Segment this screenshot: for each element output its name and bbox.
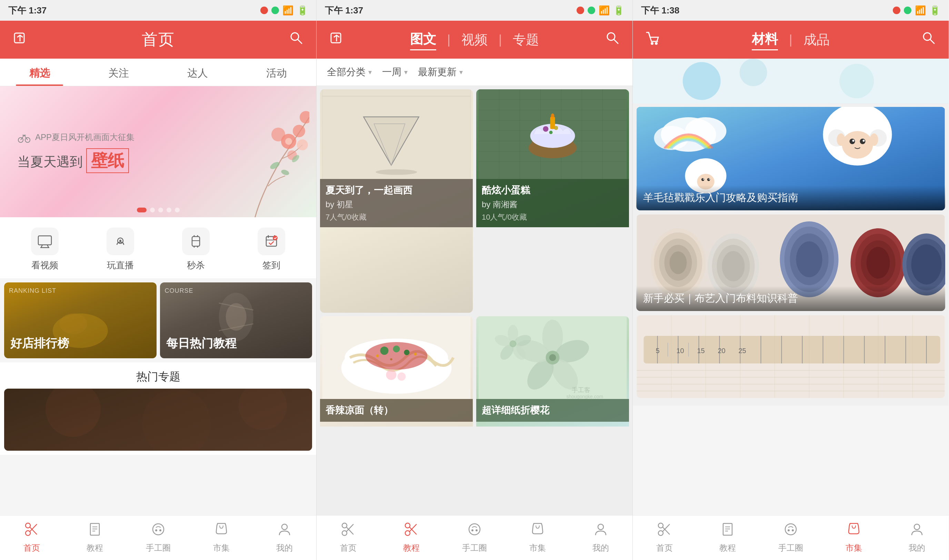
tutorial-card-1[interactable]: 夏天到了，一起画西 by 初星 7人气/0收藏	[320, 89, 473, 313]
edit-icon-1[interactable]	[12, 30, 28, 49]
svg-point-92	[398, 372, 406, 381]
market-label-3: 市集	[846, 542, 862, 554]
banner-dot-2[interactable]	[150, 208, 155, 212]
tab-divider-1: |	[447, 32, 451, 47]
bottom-nav-circle-2[interactable]: 手工圈	[443, 522, 506, 554]
svg-point-90	[391, 358, 392, 360]
svg-point-11	[269, 161, 281, 171]
phone-2: 下午 1:37 📶 🔋 图文 | 视频 | 专题	[316, 0, 632, 560]
tab-material[interactable]: 材料	[752, 29, 778, 50]
search-icon-3[interactable]	[921, 30, 936, 49]
bottom-nav-circle-3[interactable]: 手工圈	[759, 522, 822, 554]
icon-item-live[interactable]: 玩直播	[82, 228, 158, 271]
banner-dot-1[interactable]	[137, 208, 146, 212]
tutorial-card-2-body: 酷炫小蛋糕 by 南湘酱 10人气/0收藏	[476, 179, 629, 227]
bike-icon	[17, 130, 31, 144]
svg-point-143	[852, 140, 855, 142]
cart-icon-3[interactable]	[645, 30, 660, 49]
promo-card-course[interactable]: COURSE 每日热门教程	[160, 282, 312, 358]
bottom-nav-tutorial-3[interactable]: 教程	[696, 522, 759, 554]
circle-icon-2	[467, 522, 482, 540]
tutorial-icon-1	[88, 522, 102, 540]
bottom-nav-market-3[interactable]: 市集	[823, 522, 886, 554]
filter-sort-label: 最新更新	[418, 66, 457, 78]
live-label: 玩直播	[107, 259, 134, 271]
svg-point-46	[153, 524, 164, 535]
bottom-nav-home-2[interactable]: 首页	[317, 522, 380, 554]
mine-label-1: 我的	[276, 542, 293, 554]
icon-item-flash[interactable]: 秒杀	[158, 228, 234, 271]
svg-point-146	[870, 134, 878, 146]
tutorial-grid: 夏天到了，一起画西 by 初星 7人气/0收藏	[317, 86, 632, 515]
shop-card-fabric[interactable]: 新手必买｜布艺入门布料知识科普	[636, 214, 945, 311]
home-icon-3	[657, 522, 672, 540]
svg-text:15: 15	[697, 347, 705, 354]
icon-item-video[interactable]: 看视频	[7, 228, 82, 271]
promo-card-ranking[interactable]: RANKING LIST 好店排行榜	[4, 282, 157, 358]
tab-video[interactable]: 视频	[461, 30, 488, 50]
nav-tab-activity[interactable]: 活动	[237, 58, 316, 86]
svg-point-12	[280, 169, 290, 176]
filter-time[interactable]: 一周 ▾	[382, 66, 408, 78]
filter-category[interactable]: 全部分类 ▾	[327, 66, 372, 78]
shop-card-felt[interactable]: 羊毛毡戳戳乐入门攻略及购买指南	[636, 107, 945, 210]
svg-point-120	[598, 524, 603, 530]
nav-tab-follow[interactable]: 关注	[79, 58, 158, 86]
edit-icon-2[interactable]	[329, 30, 344, 49]
filter-time-label: 一周	[382, 66, 401, 78]
svg-point-6	[293, 125, 305, 137]
svg-point-21	[119, 240, 122, 242]
bottom-nav-mine-3[interactable]: 我的	[886, 522, 949, 554]
mine-label-3: 我的	[909, 542, 925, 554]
home-icon-2	[341, 522, 355, 540]
svg-point-222	[914, 524, 920, 530]
header-tabs-3: 材料 | 成品	[752, 29, 829, 50]
banner-subtitle: APP夏日风开机画面大征集	[35, 132, 134, 143]
banner-dot-3[interactable]	[158, 208, 163, 212]
svg-point-126	[683, 62, 721, 100]
wifi-icon-1: 📶	[282, 5, 294, 16]
shop-card-sewing[interactable]: 5 10 15 20 25	[636, 315, 945, 398]
svg-rect-0	[14, 33, 24, 43]
topic-preview[interactable]	[0, 389, 316, 455]
svg-point-128	[839, 64, 874, 98]
icon-item-checkin[interactable]: 签到	[234, 228, 309, 271]
search-icon-1[interactable]	[289, 30, 304, 49]
tab-topic[interactable]: 专题	[513, 30, 539, 50]
battery-icon-3: 🔋	[929, 5, 940, 16]
bottom-nav-home-1[interactable]: 首页	[0, 522, 63, 554]
bottom-nav-tutorial-2[interactable]: 教程	[380, 522, 443, 554]
bottom-nav-home-3[interactable]: 首页	[633, 522, 696, 554]
svg-point-32	[226, 303, 246, 331]
search-icon-2[interactable]	[605, 30, 620, 49]
svg-point-154	[703, 178, 704, 180]
nav-tab-featured[interactable]: 精选	[0, 58, 79, 86]
svg-point-100	[549, 354, 556, 361]
banner-dot-4[interactable]	[166, 208, 171, 212]
banner-dot-5[interactable]	[175, 208, 180, 212]
status-icons-1: 📶 🔋	[260, 5, 308, 16]
bottom-nav-mine-1[interactable]: 我的	[253, 522, 316, 554]
bottom-nav-mine-2[interactable]: 我的	[569, 522, 632, 554]
filter-category-label: 全部分类	[327, 66, 366, 78]
tab-article[interactable]: 图文	[410, 29, 436, 50]
mine-icon-2	[594, 522, 608, 540]
svg-point-152	[701, 178, 704, 181]
tab-product[interactable]: 成品	[803, 30, 830, 50]
bottom-nav-tutorial-1[interactable]: 教程	[63, 522, 126, 554]
status-dot-red-1	[260, 6, 268, 14]
circle-label-1: 手工圈	[146, 542, 171, 554]
header-1: 首页	[0, 21, 316, 58]
tutorial-card-4[interactable]: 手工客 shougongke.com 超详细纸折樱花	[476, 316, 629, 512]
bottom-nav-market-1[interactable]: 市集	[190, 522, 253, 554]
tutorial-card-2[interactable]: 酷炫小蛋糕 by 南湘酱 10人气/0收藏	[476, 89, 629, 313]
banner-1[interactable]: APP夏日风开机画面大征集 当夏天遇到 壁纸	[0, 86, 316, 217]
svg-point-28	[273, 235, 278, 240]
nav-tab-talent[interactable]: 达人	[158, 58, 237, 86]
tab-divider-2: |	[498, 32, 502, 47]
bottom-nav-circle-1[interactable]: 手工圈	[126, 522, 190, 554]
filter-sort[interactable]: 最新更新 ▾	[418, 66, 463, 78]
bottom-nav-market-2[interactable]: 市集	[506, 522, 569, 554]
svg-point-86	[393, 346, 400, 352]
tutorial-card-3[interactable]: 香辣凉面（转）	[320, 316, 473, 512]
